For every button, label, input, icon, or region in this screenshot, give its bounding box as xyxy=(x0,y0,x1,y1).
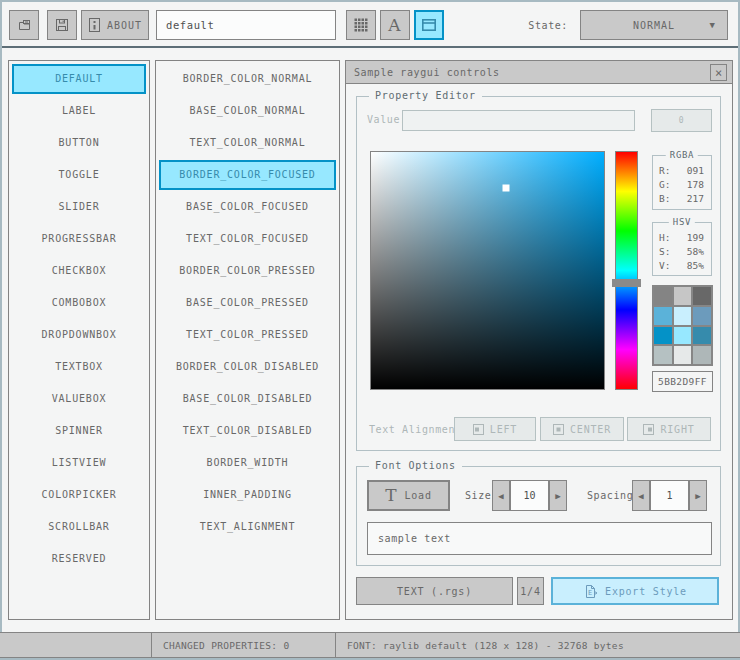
page-indicator: 1/4 xyxy=(517,577,544,605)
list-item-slider[interactable]: SLIDER xyxy=(12,192,146,222)
list-item-base_color_normal[interactable]: BASE_COLOR_NORMAL xyxy=(159,96,336,126)
list-item-combobox[interactable]: COMBOBOX xyxy=(12,288,146,318)
status-divider xyxy=(151,633,152,657)
list-item-inner_padding[interactable]: INNER_PADDING xyxy=(159,480,336,510)
list-item-text_color_pressed[interactable]: TEXT_COLOR_PRESSED xyxy=(159,320,336,350)
v-label: V: xyxy=(659,259,670,273)
color-swatch[interactable] xyxy=(654,307,672,325)
list-item-toggle[interactable]: TOGGLE xyxy=(12,160,146,190)
spacing-increment-button[interactable]: ▶ xyxy=(689,480,707,511)
size-value-box[interactable]: 10 xyxy=(510,480,549,511)
h-label: H: xyxy=(659,231,670,245)
color-picker-area[interactable] xyxy=(370,151,605,390)
list-item-valuebox[interactable]: VALUEBOX xyxy=(12,384,146,414)
list-item-label[interactable]: LABEL xyxy=(12,96,146,126)
hsv-group: HSV H: 199 S: 58% V: 85% xyxy=(652,222,712,276)
font-settings-button[interactable]: A xyxy=(380,10,410,40)
list-item-progressbar[interactable]: PROGRESSBAR xyxy=(12,224,146,254)
rgba-r-row: R: 091 xyxy=(653,164,711,178)
color-picker-cursor[interactable] xyxy=(503,184,510,191)
list-item-spinner[interactable]: SPINNER xyxy=(12,416,146,446)
color-swatch[interactable] xyxy=(674,346,692,364)
save-style-button[interactable] xyxy=(47,10,77,40)
color-swatch[interactable] xyxy=(654,287,672,305)
sample-window-titlebar[interactable]: Sample raygui controls × xyxy=(346,61,732,84)
arrow-right-icon: ▶ xyxy=(555,491,560,501)
color-swatch[interactable] xyxy=(674,287,692,305)
hsv-legend: HSV xyxy=(669,217,695,227)
list-item-checkbox[interactable]: CHECKBOX xyxy=(12,256,146,286)
chevron-down-icon: ▼ xyxy=(710,20,716,30)
sample-window-toggle-button[interactable] xyxy=(414,10,444,40)
list-item-text_alignment[interactable]: TEXT_ALIGNMENT xyxy=(159,512,336,542)
grid-view-button[interactable] xyxy=(346,10,376,40)
color-swatch[interactable] xyxy=(654,327,672,345)
export-format-button[interactable]: TEXT (.rgs) xyxy=(356,577,513,605)
color-swatch[interactable] xyxy=(654,346,672,364)
hue-slider-bar[interactable] xyxy=(615,151,638,390)
list-item-border_color_normal[interactable]: BORDER_COLOR_NORMAL xyxy=(159,64,336,94)
properties-list: BORDER_COLOR_NORMALBASE_COLOR_NORMALTEXT… xyxy=(155,60,340,620)
spacing-value-box[interactable]: 1 xyxy=(650,480,689,511)
list-item-text_color_disabled[interactable]: TEXT_COLOR_DISABLED xyxy=(159,416,336,446)
color-swatch[interactable] xyxy=(674,307,692,325)
color-swatch[interactable] xyxy=(693,346,711,364)
color-swatch[interactable] xyxy=(693,287,711,305)
list-item-border_width[interactable]: BORDER_WIDTH xyxy=(159,448,336,478)
font-letter-icon: A xyxy=(388,17,401,34)
r-label: R: xyxy=(659,164,670,178)
about-button[interactable]: ABOUT xyxy=(81,10,149,40)
sample-text-box[interactable]: sample text xyxy=(367,522,712,555)
align-left-label: LEFT xyxy=(490,424,517,435)
list-item-text_color_normal[interactable]: TEXT_COLOR_NORMAL xyxy=(159,128,336,158)
list-item-listview[interactable]: LISTVIEW xyxy=(12,448,146,478)
close-button[interactable]: × xyxy=(710,64,727,81)
list-item-text_color_focused[interactable]: TEXT_COLOR_FOCUSED xyxy=(159,224,336,254)
list-item-default[interactable]: DEFAULT xyxy=(12,64,146,94)
export-style-button[interactable]: E Export Style xyxy=(551,577,719,605)
toolbar-divider xyxy=(2,46,738,48)
style-name-input[interactable] xyxy=(156,10,336,40)
list-item-button[interactable]: BUTTON xyxy=(12,128,146,158)
list-item-textbox[interactable]: TEXTBOX xyxy=(12,352,146,382)
hue-slider-handle[interactable] xyxy=(612,279,641,287)
align-center-button[interactable]: CENTER xyxy=(540,417,624,441)
value-apply-button[interactable]: 0 xyxy=(651,109,712,132)
align-right-label: RIGHT xyxy=(660,424,694,435)
align-right-button[interactable]: RIGHT xyxy=(627,417,711,441)
state-dropdown[interactable]: NORMAL ▼ xyxy=(580,10,728,40)
list-item-dropdownbox[interactable]: DROPDOWNBOX xyxy=(12,320,146,350)
list-item-base_color_disabled[interactable]: BASE_COLOR_DISABLED xyxy=(159,384,336,414)
list-item-base_color_focused[interactable]: BASE_COLOR_FOCUSED xyxy=(159,192,336,222)
window-icon xyxy=(421,18,437,32)
export-style-label: Export Style xyxy=(605,586,687,597)
rgba-g-row: G: 178 xyxy=(653,178,711,192)
list-item-border_color_pressed[interactable]: BORDER_COLOR_PRESSED xyxy=(159,256,336,286)
folder-icon xyxy=(16,17,33,33)
list-item-scrollbar[interactable]: SCROLLBAR xyxy=(12,512,146,542)
list-item-border_color_focused[interactable]: BORDER_COLOR_FOCUSED xyxy=(159,160,336,190)
value-apply-button-label: 0 xyxy=(679,116,685,125)
sample-window: Sample raygui controls × Property Editor… xyxy=(345,60,733,620)
font-load-button[interactable]: T Load xyxy=(367,480,450,511)
spacing-decrement-button[interactable]: ◀ xyxy=(632,480,650,511)
s-value: 58% xyxy=(687,245,704,259)
value-input[interactable] xyxy=(402,110,635,131)
color-swatch[interactable] xyxy=(693,307,711,325)
list-item-reserved[interactable]: RESERVED xyxy=(12,544,146,574)
hex-value-box[interactable]: 5BB2D9FF xyxy=(652,371,713,392)
align-center-label: CENTER xyxy=(570,424,611,435)
list-item-base_color_pressed[interactable]: BASE_COLOR_PRESSED xyxy=(159,288,336,318)
list-item-colorpicker[interactable]: COLORPICKER xyxy=(12,480,146,510)
color-swatch[interactable] xyxy=(674,327,692,345)
size-decrement-button[interactable]: ◀ xyxy=(492,480,510,511)
close-icon: × xyxy=(715,67,722,79)
color-swatch[interactable] xyxy=(693,327,711,345)
align-left-button[interactable]: LEFT xyxy=(454,417,536,441)
list-item-border_color_disabled[interactable]: BORDER_COLOR_DISABLED xyxy=(159,352,336,382)
open-style-button[interactable] xyxy=(9,10,39,40)
align-left-icon xyxy=(473,424,484,435)
statusbar: CHANGED PROPERTIES: 0 FONT: raylib defau… xyxy=(0,632,740,658)
size-value: 10 xyxy=(523,490,535,501)
size-increment-button[interactable]: ▶ xyxy=(549,480,567,511)
